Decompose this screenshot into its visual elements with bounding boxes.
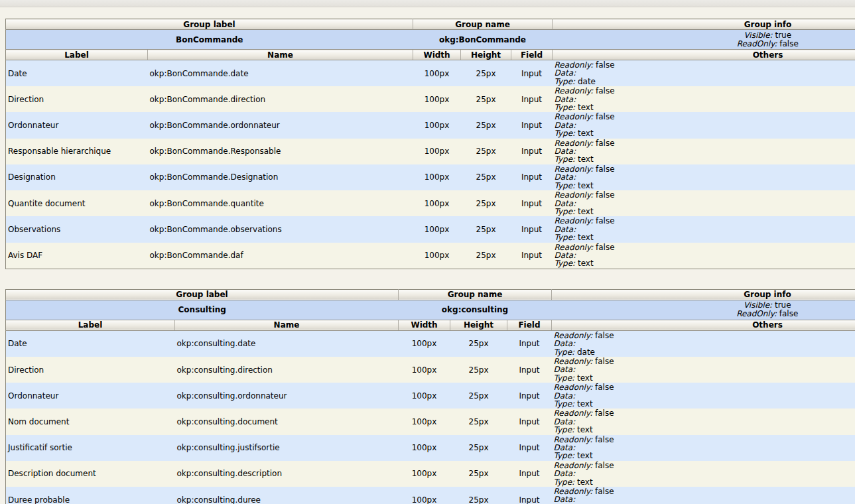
field-row: Nom documentokp:consulting.document100px… xyxy=(6,409,855,434)
field-field-cell: Input xyxy=(507,383,552,409)
attribute-line: Data: xyxy=(554,340,855,347)
field-width-cell: 100px xyxy=(399,435,450,461)
field-height-cell: 25px xyxy=(450,461,507,487)
attribute-value: text xyxy=(574,451,593,460)
attribute-line: Readonly: false xyxy=(555,61,855,69)
attribute-line: Type: text xyxy=(554,374,855,382)
field-label-cell: Quantite document xyxy=(6,190,148,216)
attribute-line: Visible: true xyxy=(554,31,855,40)
field-field-cell: Input xyxy=(511,243,553,269)
field-field-cell: Input xyxy=(511,60,553,87)
column-header-others: Others xyxy=(552,320,855,330)
field-others-cell: Readonly: falseData:Type: text xyxy=(553,190,855,216)
attribute-key: Type: xyxy=(554,373,575,383)
field-row: Dateokp:consulting.date100px25pxInputRea… xyxy=(6,330,855,357)
field-width-cell: 100px xyxy=(413,112,461,138)
attribute-value: false xyxy=(777,309,798,318)
group-label-value: Consulting xyxy=(6,300,399,320)
field-width-cell: 100px xyxy=(413,243,461,269)
attribute-line: Type: text xyxy=(555,259,855,267)
group-info-value: Visible: trueReadOnly: false xyxy=(553,30,855,50)
attribute-value: false xyxy=(592,409,614,418)
attribute-value: date xyxy=(574,347,595,357)
field-field-cell: Input xyxy=(507,487,552,504)
field-width-cell: 100px xyxy=(413,60,461,87)
column-header-row: Label Name Width Height Field Others xyxy=(6,320,855,330)
attribute-line: Type: text xyxy=(554,400,855,408)
field-name-cell: okp:BonCommande.daf xyxy=(148,243,413,269)
field-others-cell: Readonly: falseData:Type: text xyxy=(553,112,855,138)
group-name-value: okg:BonCommande xyxy=(413,30,553,50)
field-label-cell: Responsable hierarchique xyxy=(6,139,148,164)
attribute-line: Type: text xyxy=(555,208,855,216)
attribute-value: false xyxy=(593,139,614,148)
field-label-cell: Justificatif sortie xyxy=(6,435,175,461)
attribute-value: false xyxy=(592,331,614,340)
field-name-cell: okp:consulting.duree xyxy=(175,487,399,504)
column-header-field: Field xyxy=(507,320,552,330)
group-name-value: okg:consulting xyxy=(399,300,552,320)
field-others-cell: Readonly: falseData:Type: text xyxy=(552,435,855,461)
field-others-cell: Readonly: falseData:Type: text xyxy=(553,216,855,242)
field-field-cell: Input xyxy=(507,357,552,383)
group-summary-row: BonCommande okg:BonCommande Visible: tru… xyxy=(6,30,855,50)
column-header-name: Name xyxy=(175,320,399,330)
field-width-cell: 100px xyxy=(413,164,461,190)
field-others-cell: Readonly: falseData:Type: text xyxy=(553,164,855,190)
field-height-cell: 25px xyxy=(450,383,507,409)
field-width-cell: 100px xyxy=(399,330,450,357)
field-name-cell: okp:consulting.direction xyxy=(175,357,399,383)
attribute-value: text xyxy=(575,155,594,164)
group-label-header: Group label xyxy=(6,19,413,30)
field-height-cell: 25px xyxy=(450,330,507,357)
attribute-value: false xyxy=(592,487,614,496)
attribute-value: false xyxy=(593,86,614,95)
attribute-line: Readonly: false xyxy=(554,436,855,444)
attribute-value: text xyxy=(575,259,594,268)
field-row: Directionokp:consulting.direction100px25… xyxy=(6,357,855,383)
attribute-line: ReadOnly: false xyxy=(554,40,855,48)
attribute-line: ReadOnly: false xyxy=(553,310,855,318)
field-others-cell: Readonly: falseData:Type: text xyxy=(553,86,855,112)
attribute-key: Type: xyxy=(555,259,576,268)
attribute-line: Data: xyxy=(554,495,855,503)
attribute-line: Type: text xyxy=(554,478,855,486)
field-width-cell: 100px xyxy=(399,357,450,383)
attribute-value: false xyxy=(593,60,614,70)
attribute-value: date xyxy=(575,77,596,86)
field-field-cell: Input xyxy=(511,190,553,216)
field-width-cell: 100px xyxy=(413,86,461,112)
attribute-line: Type: text xyxy=(554,452,855,460)
field-width-cell: 100px xyxy=(399,409,450,434)
attribute-line: Readonly: false xyxy=(554,332,855,340)
attribute-key: Type: xyxy=(555,129,576,138)
field-name-cell: okp:BonCommande.ordonnateur xyxy=(148,112,413,138)
field-row: Description documentokp:consulting.descr… xyxy=(6,461,855,487)
field-row: Directionokp:BonCommande.direction100px2… xyxy=(6,86,855,112)
field-height-cell: 25px xyxy=(461,216,511,242)
field-others-cell: Readonly: falseData:Type: text xyxy=(552,357,855,383)
group-label-header: Group label xyxy=(6,289,399,300)
field-height-cell: 25px xyxy=(461,164,511,190)
field-label-cell: Direction xyxy=(6,357,175,383)
field-others-cell: Readonly: falseData:Type: text xyxy=(552,409,855,434)
field-width-cell: 100px xyxy=(413,190,461,216)
attribute-key: Type: xyxy=(555,233,576,242)
field-others-cell: Readonly: falseData:Type: text xyxy=(553,243,855,269)
attribute-key: Type: xyxy=(554,451,575,460)
field-field-cell: Input xyxy=(511,216,553,242)
field-width-cell: 100px xyxy=(413,139,461,164)
group-info-header: Group info xyxy=(553,19,855,30)
top-bar xyxy=(0,0,855,7)
group-table-consulting: Group label Group name Group info Consul… xyxy=(5,289,855,504)
attribute-line: Type: text xyxy=(554,426,855,434)
attribute-key: Type: xyxy=(555,155,576,164)
attribute-key: Type: xyxy=(555,207,576,216)
attribute-value: false xyxy=(593,112,614,121)
attribute-value: false xyxy=(593,190,614,200)
attribute-line: Readonly: false xyxy=(555,87,855,95)
field-label-cell: Avis DAF xyxy=(6,243,148,269)
attribute-line: Data: xyxy=(555,225,855,233)
field-others-cell: Readonly: falseData:Type: date xyxy=(552,330,855,357)
column-header-row: Label Name Width Height Field Others xyxy=(6,50,855,60)
